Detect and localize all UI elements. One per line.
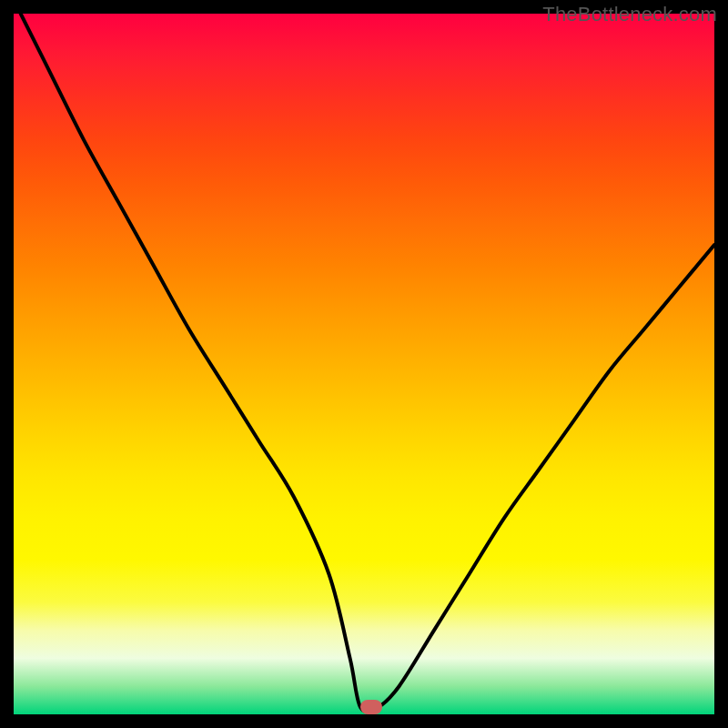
chart-frame: TheBottleneck.com [0, 0, 728, 728]
plot-area [14, 14, 714, 714]
attribution-text: TheBottleneck.com [542, 3, 717, 26]
optimal-point-marker [360, 700, 382, 714]
bottleneck-curve [14, 14, 714, 714]
